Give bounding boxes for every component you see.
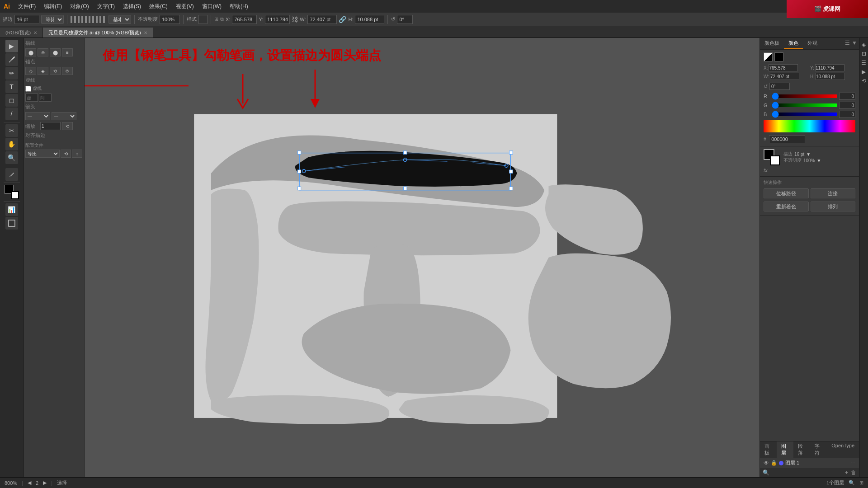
opt-dashed-check[interactable] — [25, 86, 31, 92]
opacity-input[interactable] — [160, 15, 180, 24]
arrow-end-select[interactable]: — — [52, 112, 76, 120]
g-slider[interactable] — [772, 103, 837, 107]
layers-tab-opentype[interactable]: OpenType — [827, 441, 859, 458]
h-prop-input[interactable] — [816, 73, 845, 80]
dash-input-1[interactable] — [25, 94, 38, 102]
b-value[interactable] — [839, 111, 855, 118]
tool-line[interactable]: / — [5, 108, 18, 120]
far-right-icon-5[interactable]: ⟲ — [860, 78, 868, 85]
tool-pencil[interactable]: ✏ — [5, 67, 18, 80]
opt-btn-1[interactable]: ⬤ — [25, 48, 36, 56]
layers-tab-char[interactable]: 字符 — [810, 441, 827, 458]
angle-prop-input[interactable] — [769, 83, 790, 90]
tool-select[interactable]: ▶ — [5, 40, 18, 52]
canvas-area[interactable]: 使用【钢笔工具】勾勒笔画，设置描边为圆头端点 — [85, 38, 760, 477]
opt-anchor-4[interactable]: ⟳ — [62, 67, 73, 75]
layers-add-icon[interactable]: + — [845, 469, 848, 476]
stroke-swatch[interactable] — [11, 191, 19, 199]
stroke-expand-btn[interactable]: ▼ — [806, 152, 811, 157]
status-arrange-icon[interactable]: ⊞ — [859, 480, 863, 486]
layers-tab-layers[interactable]: 图层 — [777, 441, 793, 458]
layers-delete-icon[interactable]: 🗑 — [851, 469, 856, 476]
dash-input-2[interactable] — [39, 94, 52, 102]
angle-input[interactable] — [397, 15, 413, 24]
status-search-icon[interactable]: 🔍 — [849, 480, 855, 486]
panel-collapse-icon[interactable]: ▼ — [852, 40, 857, 47]
w-prop-input[interactable] — [770, 73, 799, 80]
tool-hand[interactable]: ✋ — [5, 138, 18, 150]
g-value[interactable] — [839, 102, 855, 109]
style-swatch[interactable] — [198, 15, 208, 24]
menu-item-effect[interactable]: 效果(C) — [146, 2, 171, 11]
menu-item-select[interactable]: 选择(S) — [119, 2, 145, 11]
rp-tab-color[interactable]: 颜色 — [784, 38, 803, 49]
black-swatch[interactable] — [774, 52, 783, 61]
quick-btn-recolor[interactable]: 重新着色 — [764, 202, 809, 211]
tool-zoom[interactable]: 🔍 — [5, 151, 18, 164]
layers-search-icon[interactable]: 🔍 — [763, 469, 769, 476]
scale-btn[interactable]: ⟲ — [62, 122, 73, 130]
r-slider[interactable] — [772, 94, 837, 98]
prev-page-btn[interactable]: ◀ — [28, 480, 31, 486]
x-input[interactable] — [232, 15, 257, 24]
tool-pen[interactable] — [5, 53, 18, 66]
scale-input[interactable] — [40, 122, 61, 130]
tab-2[interactable]: 元旦是只独源文件.ai @ 100% (RGB/预览) ✕ — [43, 28, 153, 38]
arrow-start-select[interactable]: — — [25, 112, 50, 120]
y-prop-input[interactable] — [815, 64, 844, 71]
color-spectrum[interactable] — [764, 120, 855, 132]
panel-menu-icon[interactable]: ☰ — [845, 40, 850, 47]
tool-shape[interactable]: ◻ — [5, 94, 18, 107]
layers-tab-para[interactable]: 段落 — [793, 441, 810, 458]
tool-scissors[interactable]: ✂ — [5, 124, 18, 137]
menu-item-edit[interactable]: 编辑(E) — [40, 2, 66, 11]
quick-btn-join[interactable]: 连接 — [811, 188, 856, 198]
opt-anchor-2[interactable]: ◈ — [38, 67, 48, 75]
menu-item-file[interactable]: 文件(F) — [14, 2, 39, 11]
r-value[interactable] — [839, 93, 855, 100]
handle-ml[interactable] — [297, 170, 301, 173]
b-slider[interactable] — [772, 113, 837, 116]
handle-mr[interactable] — [509, 170, 513, 173]
stroke-style-select[interactable]: 基本 — [108, 15, 131, 24]
far-right-icon-1[interactable]: ◈ — [860, 42, 868, 49]
tool-eyedropper[interactable] — [5, 168, 18, 181]
next-page-btn[interactable]: ▶ — [43, 480, 47, 486]
menu-item-object[interactable]: 对象(O) — [66, 2, 92, 11]
stroke-width-input[interactable] — [14, 15, 39, 24]
tool-artboard[interactable] — [5, 217, 18, 230]
stroke-box[interactable] — [770, 155, 780, 165]
quick-btn-offset[interactable]: 位移路径 — [764, 188, 809, 198]
x-prop-input[interactable] — [769, 64, 798, 71]
layers-tab-board[interactable]: 画板 — [760, 441, 777, 458]
menu-item-window[interactable]: 窗口(W) — [198, 2, 225, 11]
far-right-icon-3[interactable]: ☰ — [860, 60, 868, 67]
opt-anchor-3[interactable]: ⟲ — [50, 67, 61, 75]
handle-tr[interactable] — [509, 151, 513, 154]
stroke-type-select[interactable]: 等比 — [41, 15, 64, 24]
opacity-expand-btn[interactable]: ▼ — [817, 158, 821, 163]
handle-br[interactable] — [509, 187, 513, 190]
tab-2-close[interactable]: ✕ — [144, 30, 147, 35]
fill-stroke-selector[interactable] — [5, 185, 19, 199]
fillstroke-boxes[interactable] — [764, 149, 780, 165]
tool-type[interactable]: T — [5, 80, 18, 93]
y-input[interactable] — [265, 15, 290, 24]
layer-1-options[interactable]: ⋯ — [851, 460, 855, 465]
tab-1[interactable]: (RGB/预览) ✕ — [0, 28, 43, 38]
tool-chart[interactable]: 📊 — [5, 203, 18, 216]
profile-select[interactable]: 等比 — [25, 150, 60, 158]
quick-btn-arrange[interactable]: 排列 — [811, 202, 856, 211]
grayscale-icon[interactable] — [764, 52, 773, 61]
profile-btn-1[interactable]: ⟲ — [61, 150, 71, 158]
opt-btn-4[interactable]: ≡ — [62, 48, 73, 56]
menu-item-view[interactable]: 视图(V) — [172, 2, 198, 11]
handle-tm[interactable] — [403, 151, 406, 154]
handle-bl[interactable] — [297, 187, 301, 190]
layer-1-lock[interactable]: 🔒 — [771, 460, 777, 466]
layer-1-visible[interactable]: 👁 — [764, 460, 769, 466]
tab-1-close[interactable]: ✕ — [33, 30, 37, 35]
opt-anchor-1[interactable]: ◇ — [25, 67, 36, 75]
h-input[interactable] — [355, 15, 384, 24]
rp-tab-colorboard[interactable]: 颜色板 — [760, 38, 784, 49]
